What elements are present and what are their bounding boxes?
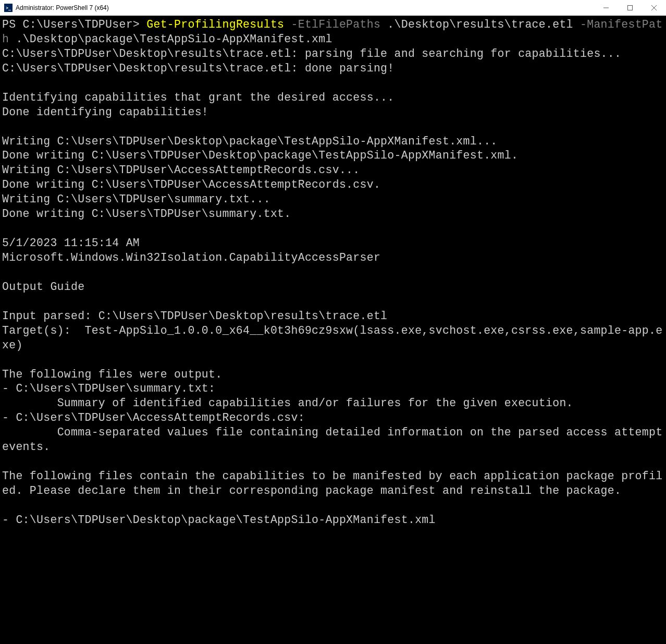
powershell-icon (4, 4, 13, 12)
terminal-output: C:\Users\TDPUser\Desktop\results\trace.e… (2, 47, 666, 526)
window-titlebar: Administrator: PowerShell 7 (x64) (0, 0, 666, 16)
ps-prompt: PS C:\Users\TDPUser> (2, 18, 146, 31)
window-title: Administrator: PowerShell 7 (x64) (16, 4, 109, 11)
arg-etlpath: .\Desktop\results\trace.etl (387, 18, 580, 31)
titlebar-left: Administrator: PowerShell 7 (x64) (4, 4, 109, 12)
window-controls (594, 0, 666, 16)
cmdlet-name: Get-ProfilingResults (146, 18, 284, 31)
param-etlfilepaths: -EtlFilePaths (284, 18, 387, 31)
close-button[interactable] (642, 0, 666, 16)
svg-rect-1 (628, 6, 633, 10)
minimize-button[interactable] (594, 0, 618, 16)
arg-manifestpath: .\Desktop\package\TestAppSilo-AppXManife… (16, 33, 332, 45)
terminal-content[interactable]: PS C:\Users\TDPUser> Get-ProfilingResult… (0, 16, 666, 644)
maximize-button[interactable] (618, 0, 642, 16)
